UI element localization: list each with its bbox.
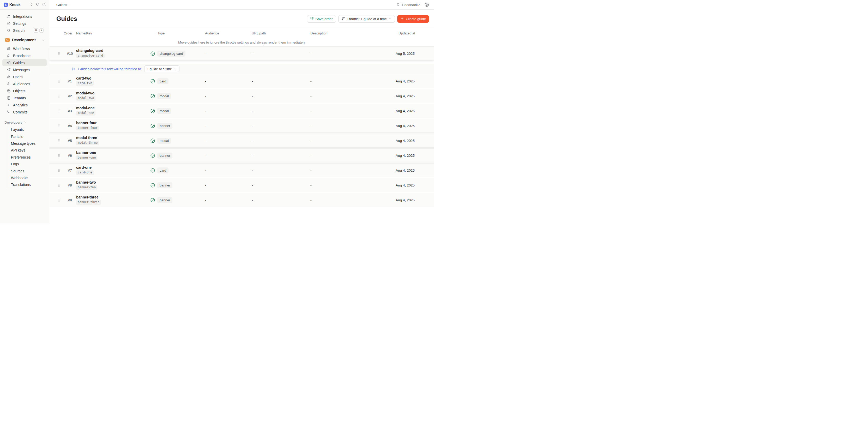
sidebar-item-integrations[interactable]: Integrations [2,13,47,20]
guide-row[interactable]: #1 card-two card-two card - - - Aug 4, 2… [49,74,434,88]
guide-name: modal-one [76,106,95,110]
guide-description: - [310,79,396,83]
sidebar-item-users[interactable]: Users [2,73,47,80]
guide-row[interactable]: #2 modal-two modal-two modal - - - Aug 4… [49,89,434,103]
notifications-bell-icon[interactable] [36,2,40,7]
guide-audience: - [205,154,252,158]
sidebar-item-label: Integrations [13,14,32,19]
workspace-switcher-icon[interactable] [29,2,33,7]
create-guide-button[interactable]: Create guide [397,15,429,23]
active-check-circle-icon [150,79,155,84]
sidebar-item-sources[interactable]: Sources [7,167,49,174]
guide-row[interactable]: #4 banner-four banner-four banner - - - … [49,119,434,133]
guide-row[interactable]: #7 card-one card-one card - - - Aug 4, 2… [49,163,434,177]
guide-url-path: - [252,154,310,158]
sidebar-item-layouts[interactable]: Layouts [7,126,49,133]
workspace-name[interactable]: Knock [9,3,21,7]
account-avatar-icon[interactable] [424,2,429,7]
sidebar-item-commits[interactable]: Commits [2,108,47,116]
tenants-icon [7,96,11,100]
guide-type-badge: modal [157,138,171,144]
drag-handle-icon[interactable] [57,198,64,202]
drag-handle-icon[interactable] [57,138,64,143]
sidebar-item-label: Tenants [13,96,26,100]
guide-updated-at: Aug 5, 2025 [396,52,434,56]
drag-handle-icon[interactable] [57,124,64,128]
guide-row[interactable]: #6 banner-one banner-one banner - - - Au… [49,149,434,162]
sidebar: k Knock IntegrationsSettingsSearch⌘K Dev… [0,0,49,224]
guide-name: modal-two [76,91,94,95]
sidebar-item-partials[interactable]: Partials [7,133,49,140]
guide-description: - [310,139,396,142]
active-check-circle-icon [150,153,155,158]
guide-name: changelog-card [76,49,103,53]
guide-audience: - [205,94,252,98]
sidebar-item-objects[interactable]: Objects [2,87,47,94]
sidebar-item-search[interactable]: Search⌘K [2,27,47,34]
sidebar-item-audiences[interactable]: Audiences [2,80,47,87]
throttle-dropdown-button[interactable]: Throttle: 1 guide at a time [338,15,395,23]
knock-logo: k [4,3,8,7]
guide-order: #7 [64,168,76,172]
drag-handle-icon[interactable] [57,109,64,113]
sidebar-item-analytics[interactable]: Analytics [2,101,47,108]
sidebar-item-messages[interactable]: Messages [2,66,47,73]
sidebar-item-broadcasts[interactable]: Broadcasts [2,52,47,59]
guide-updated-at: Aug 4, 2025 [396,109,434,113]
sidebar-item-message-types[interactable]: Message types [7,140,49,147]
guide-name: banner-four [76,121,97,125]
guide-row[interactable]: #3 modal-one modal-one modal - - - Aug 4… [49,104,434,118]
guide-description: - [310,198,396,202]
sidebar-item-webhooks[interactable]: Webhooks [7,174,49,181]
sidebar-item-tenants[interactable]: Tenants [2,94,47,101]
guide-row[interactable]: #9 banner-three banner-three banner - - … [49,193,434,207]
guide-order: #1 [64,79,76,83]
sidebar-item-logs[interactable]: Logs [7,161,49,167]
sidebar-item-label: Messages [13,68,30,72]
guide-type-badge: card [157,167,168,173]
chevron-down-icon [174,68,177,70]
developers-sub-list: LayoutsPartialsMessage typesAPI keysPref… [7,126,49,188]
column-header-updated-at: Updated at [396,31,434,35]
guide-updated-at: Aug 4, 2025 [396,79,434,83]
drag-handle-icon[interactable] [57,79,64,84]
guide-description: - [310,124,396,128]
sidebar-item-label: Analytics [13,103,28,107]
sidebar-item-guides[interactable]: Guides [2,59,47,66]
guide-row[interactable]: #10 changelog-card changelog-card change… [49,46,434,61]
guide-row[interactable]: #8 banner-two banner-two banner - - - Au… [49,178,434,192]
sidebar-item-workflows[interactable]: Workflows [2,45,47,52]
table-header-row: OrderName/KeyTypeAudienceURL pathDescrip… [49,28,434,38]
guide-url-path: - [252,109,310,113]
sidebar-item-label: Broadcasts [13,54,31,58]
guide-row[interactable]: #5 modal-three modal-three modal - - - A… [49,133,434,148]
guide-type-badge: modal [157,108,171,114]
workspace-row: k Knock [0,0,49,10]
drag-handle-icon[interactable] [57,94,64,98]
guide-url-path: - [252,139,310,142]
app-root: k Knock IntegrationsSettingsSearch⌘K Dev… [0,0,434,224]
save-order-button[interactable]: Save order [307,15,336,23]
environment-switcher[interactable]: Development [0,36,49,44]
drag-handle-icon[interactable] [57,153,64,158]
guide-updated-at: Aug 4, 2025 [396,183,434,187]
sidebar-item-settings[interactable]: Settings [2,20,47,27]
guide-url-path: - [252,79,310,83]
drag-handle-icon[interactable] [57,168,64,173]
sidebar-item-translations[interactable]: Translations [7,181,49,188]
feedback-button[interactable]: Feedback? [397,2,420,7]
active-check-circle-icon [150,168,155,173]
guide-key-badge: banner-one [76,155,97,160]
drag-handle-icon[interactable] [57,183,64,188]
topbar-search-icon[interactable] [42,2,46,7]
drag-handle-icon[interactable] [57,52,64,56]
sidebar-item-preferences[interactable]: Preferences [7,154,49,161]
active-check-circle-icon [150,198,155,203]
throttle-amount-select[interactable]: 1 guide at a time [144,65,180,72]
developers-section-toggle[interactable]: Developers [0,119,49,126]
guide-order: #8 [64,183,76,187]
sort-descending-icon [341,17,345,21]
sidebar-item-api-keys[interactable]: API keys [7,147,49,154]
guide-type-badge: banner [157,197,173,203]
column-header-url-path: URL path [252,31,310,35]
